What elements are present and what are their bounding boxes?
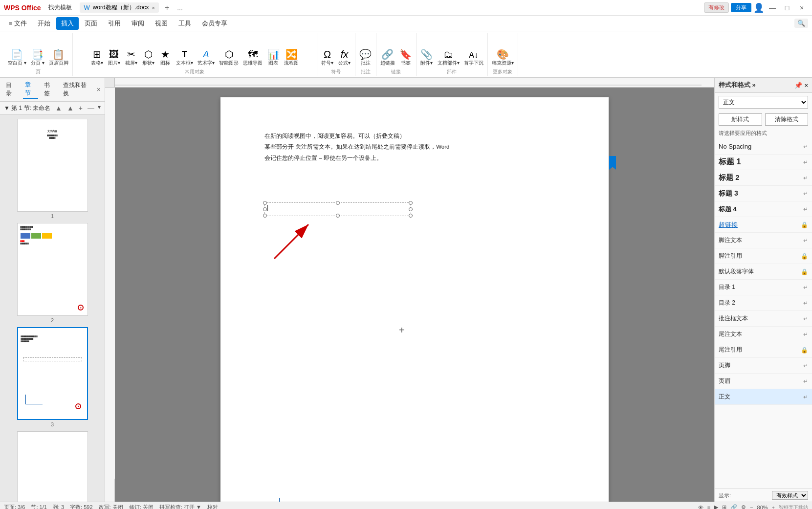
panel-close-btn[interactable]: × <box>97 86 101 93</box>
style-item-9[interactable]: 目录 1↵ <box>715 280 812 295</box>
style-item-4[interactable]: 标题 4↵ <box>715 201 812 217</box>
rp-close-btn[interactable]: × <box>804 82 808 89</box>
style-item-12[interactable]: 尾注文本↵ <box>715 327 812 342</box>
nav-minus-btn[interactable]: — <box>86 104 96 112</box>
style-item-5[interactable]: 超链接🔒 <box>715 217 812 233</box>
view-icon-4[interactable]: ⊞ <box>722 504 726 509</box>
gaoke-btn[interactable]: 🎨稿克资源▾ <box>490 48 516 67</box>
tab-toc[interactable]: 目录 <box>4 80 19 99</box>
handle-tr[interactable] <box>409 201 413 205</box>
handle-bc[interactable] <box>336 214 340 218</box>
handle-ml[interactable] <box>263 207 267 211</box>
style-item-6[interactable]: 脚注文本↵ <box>715 233 812 248</box>
view-icon-1[interactable]: 👁 <box>698 505 703 509</box>
style-item-1[interactable]: 标题 1↵ <box>715 155 812 170</box>
menu-item-审阅[interactable]: 审阅 <box>127 17 149 30</box>
attachment-btn[interactable]: 📎附件▾ <box>418 48 435 67</box>
handle-bl[interactable] <box>263 214 267 218</box>
symbol-btn[interactable]: Ω符号▾ <box>319 48 336 67</box>
screenshot-btn[interactable]: ✂截屏▾ <box>123 48 139 67</box>
find-template-btn[interactable]: 找壳模板 <box>44 2 76 13</box>
textbox-btn[interactable]: T文本框▾ <box>174 49 195 67</box>
pin-btn[interactable]: 📌 <box>794 82 802 89</box>
tab-chapters[interactable]: 章节 <box>23 80 38 99</box>
nav-add-btn[interactable]: + <box>77 104 84 112</box>
maximize-btn[interactable]: □ <box>781 2 793 13</box>
share-btn[interactable]: 分享 <box>731 3 751 12</box>
menu-item-≡ 文件[interactable]: ≡ 文件 <box>4 17 32 30</box>
footer-select[interactable]: 有效样式 <box>772 491 808 500</box>
close-tab-btn[interactable]: × <box>152 5 154 11</box>
menu-item-插入[interactable]: 插入 <box>56 17 79 30</box>
menu-item-会员专享[interactable]: 会员专享 <box>197 17 232 30</box>
page-thumb-1[interactable]: 文字内容 ██████████ ██████ 1 <box>4 119 101 219</box>
side-bookmark-icon[interactable] <box>609 156 616 170</box>
compare-btn[interactable]: 校对 <box>207 504 218 509</box>
mindmap-btn[interactable]: 🗺思维导图 <box>241 48 264 67</box>
dropcap-btn[interactable]: A↓首字下沉 <box>462 50 485 67</box>
search-btn[interactable]: 🔍 <box>794 19 808 28</box>
view-icon-6[interactable]: ⚙ <box>741 504 746 509</box>
style-item-8[interactable]: 默认段落字体🔒 <box>715 264 812 280</box>
icon-btn[interactable]: ★图标 <box>157 48 174 67</box>
style-item-15[interactable]: 页眉↵ <box>715 374 812 389</box>
menu-item-开始[interactable]: 开始 <box>33 17 55 30</box>
shape-btn[interactable]: ⬡形状▾ <box>140 48 156 67</box>
minimize-btn[interactable]: — <box>766 2 779 13</box>
page-break-btn[interactable]: 📑 分页 ▾ <box>29 48 46 67</box>
flowchart-btn[interactable]: 🔀流程图 <box>282 48 301 67</box>
docpart-btn[interactable]: 🗂文档部件▾ <box>436 48 461 67</box>
style-item-2[interactable]: 标题 2↵ <box>715 170 812 186</box>
handle-tl[interactable] <box>263 201 267 205</box>
nav-up2-btn[interactable]: ▲ <box>66 104 75 112</box>
save-status-btn[interactable]: 有修改 <box>704 2 729 13</box>
new-style-btn[interactable]: 新样式 <box>719 113 762 126</box>
doc-scroll-area[interactable]: 在新的阅读视图中，阅读更加容易。可以（折叠文稿） 某些部分开 关注所需文本。如果… <box>105 88 714 502</box>
clear-format-btn[interactable]: 清除格式 <box>765 113 809 126</box>
handle-br[interactable] <box>409 214 413 218</box>
hyperlink-btn[interactable]: 🔗超链接 <box>378 48 397 67</box>
style-item-13[interactable]: 尾注引用🔒 <box>715 342 812 358</box>
style-item-16[interactable]: 正文↵ <box>715 389 812 405</box>
smartart-btn[interactable]: ⬡智能图形 <box>217 48 241 67</box>
wordart-btn[interactable]: A艺术字▾ <box>196 49 217 67</box>
style-item-14[interactable]: 页脚↵ <box>715 358 812 374</box>
page-thumb-4[interactable]: 签 4 <box>4 431 101 502</box>
doc-area[interactable]: 在新的阅读视图中，阅读更加容易。可以（折叠文稿） 某些部分开 关注所需文本。如果… <box>105 78 714 502</box>
style-item-10[interactable]: 目录 2↵ <box>715 295 812 311</box>
nav-up-btn[interactable]: ▲ <box>54 104 64 112</box>
more-tabs-btn[interactable]: ... <box>175 4 185 12</box>
style-dropdown[interactable]: 正文 <box>719 96 808 109</box>
menu-item-视图[interactable]: 视图 <box>150 17 173 30</box>
blank-page-btn[interactable]: 📄 空白页 ▾ <box>6 48 28 67</box>
page-list[interactable]: 文字内容 ██████████ ██████ 1 ████████████ ██… <box>0 115 105 502</box>
page-thumb-3[interactable]: ████████████████ ████████████ ████████ ★… <box>4 327 101 427</box>
style-item-3[interactable]: 标题 3↵ <box>715 186 812 201</box>
tab-findreplace[interactable]: 查找和替换 <box>61 80 93 99</box>
comment-btn[interactable]: 💬批注 <box>357 48 374 67</box>
formula-btn[interactable]: fx公式▾ <box>336 48 353 67</box>
header-footer-btn[interactable]: 📋 页眉页脚 <box>47 48 70 67</box>
image-btn[interactable]: 🖼图片▾ <box>106 48 122 67</box>
add-tab-btn[interactable]: + <box>163 3 171 12</box>
tab-bookmarks[interactable]: 书签 <box>42 80 57 99</box>
view-icon-5[interactable]: 🔗 <box>730 504 737 509</box>
zoom-out-btn[interactable]: − <box>750 505 753 509</box>
style-item-0[interactable]: No Spacing↵ <box>715 139 812 155</box>
table-btn[interactable]: ⊞表格▾ <box>88 48 105 67</box>
doc-canvas[interactable]: 在新的阅读视图中，阅读更加容易。可以（折叠文稿） 某些部分开 关注所需文本。如果… <box>115 88 714 502</box>
zoom-in-btn[interactable]: + <box>772 505 775 509</box>
menu-item-引用[interactable]: 引用 <box>103 17 126 30</box>
handle-tc[interactable] <box>336 201 340 205</box>
menu-item-页面[interactable]: 页面 <box>80 17 102 30</box>
handle-mr[interactable] <box>409 207 413 211</box>
chart-btn[interactable]: 📊图表 <box>265 48 282 67</box>
style-item-7[interactable]: 脚注引用🔒 <box>715 248 812 264</box>
view-icon-2[interactable]: ≡ <box>707 505 710 509</box>
view-icon-3[interactable]: ▶ <box>714 504 718 509</box>
close-btn[interactable]: × <box>795 2 808 13</box>
bookmark-btn[interactable]: 🔖书签 <box>397 48 414 67</box>
spell-check[interactable]: 拼写检查: 打开 ▼ <box>159 504 201 509</box>
page-thumb-2[interactable]: ████████████ ██████████ ████ ████████ ★ <box>4 223 101 323</box>
format-select[interactable]: 正文 <box>719 96 808 109</box>
